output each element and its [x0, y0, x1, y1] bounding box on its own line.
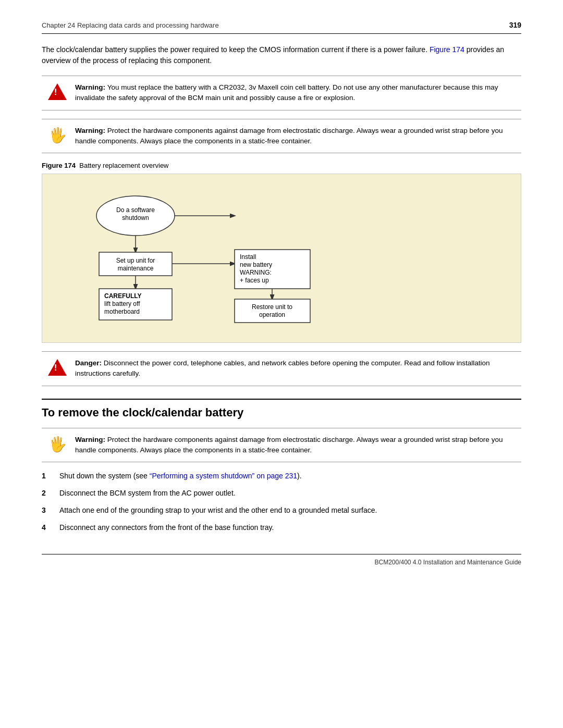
- flowchart-diagram: Do a software shutdown Set up unit for m…: [53, 184, 510, 330]
- warning-triangle-icon: [47, 83, 68, 100]
- warning-2-label: Warning:: [75, 127, 107, 134]
- chapter-label: Chapter 24 Replacing data cards and proc…: [42, 21, 219, 29]
- step-3: 3 Attach one end of the grounding strap …: [42, 505, 521, 516]
- carefully-label-2: lift battery off: [104, 300, 140, 307]
- figure-number: Figure 174: [42, 162, 76, 169]
- shutdown-link[interactable]: “Performing a system shutdown” on page 2…: [150, 472, 297, 480]
- intro-text-before: The clock/calendar battery supplies the …: [42, 45, 430, 54]
- page-number: 319: [509, 21, 521, 29]
- page-header: Chapter 24 Replacing data cards and proc…: [42, 21, 521, 34]
- setup-label-1: Set up unit for: [116, 257, 155, 264]
- step-2-number: 2: [42, 488, 52, 499]
- step-2-content: Disconnect the BCM system from the AC po…: [59, 488, 521, 499]
- figure-caption: Battery replacement overview: [79, 162, 168, 169]
- install-label-4: + faces up: [240, 277, 269, 284]
- setup-label-2: maintenance: [118, 265, 154, 272]
- carefully-label-3: motherboard: [104, 308, 140, 315]
- install-label-1: Install: [240, 253, 256, 261]
- restore-label-1: Restore unit to: [252, 303, 292, 311]
- step-4-number: 4: [42, 522, 52, 533]
- danger-label: Danger:: [75, 359, 104, 367]
- figure-174-link[interactable]: Figure 174: [430, 45, 464, 54]
- install-label-3: WARNING:: [240, 269, 272, 276]
- carefully-label-1: CAREFULLY: [104, 292, 142, 300]
- danger-triangle-icon-container: [47, 359, 68, 376]
- step-1-number: 1: [42, 471, 52, 482]
- danger-body: Disconnect the power cord, telephone cab…: [75, 359, 489, 377]
- triangle-danger-icon: [48, 83, 67, 100]
- warning-1-text: Warning: You must replace the battery wi…: [75, 82, 516, 104]
- figure-label: Figure 174 Battery replacement overview: [42, 162, 521, 169]
- danger-box: Danger: Disconnect the power cord, telep…: [42, 351, 521, 386]
- step-1: 1 Shut down the system (see “Performing …: [42, 471, 521, 482]
- warning-1-label: Warning:: [75, 83, 107, 91]
- step-4: 4 Disconnect any connectors from the fro…: [42, 522, 521, 533]
- esd-icon-container: 🖐️: [47, 127, 68, 144]
- steps-list: 1 Shut down the system (see “Performing …: [42, 471, 521, 533]
- step-4-content: Disconnect any connectors from the front…: [59, 522, 521, 533]
- warning-2-text: Warning: Protect the hardware components…: [75, 126, 516, 147]
- esd-hand-icon-2: 🖐️: [48, 436, 67, 453]
- step-2: 2 Disconnect the BCM system from the AC …: [42, 488, 521, 499]
- danger-text: Danger: Disconnect the power cord, telep…: [75, 358, 516, 379]
- step-1-content: Shut down the system (see “Performing a …: [59, 471, 521, 482]
- warning-2-body: Protect the hardware components against …: [75, 127, 503, 145]
- step-3-number: 3: [42, 505, 52, 516]
- warning-box-2: 🖐️ Warning: Protect the hardware compone…: [42, 119, 521, 154]
- section-heading: To remove the clock/calendar battery: [42, 399, 521, 419]
- restore-label-2: operation: [259, 311, 285, 318]
- shutdown-label-2: shutdown: [122, 214, 149, 221]
- warning-3-text: Warning: Protect the hardware components…: [75, 435, 516, 456]
- warning-3-label: Warning:: [75, 436, 107, 443]
- intro-paragraph: The clock/calendar battery supplies the …: [42, 44, 521, 66]
- warning-box-3: 🖐️ Warning: Protect the hardware compone…: [42, 428, 521, 463]
- danger-triangle-icon: [48, 359, 67, 376]
- shutdown-label-1: Do a software: [116, 206, 155, 214]
- step-3-content: Attach one end of the grounding strap to…: [59, 505, 521, 516]
- install-label-2: new battery: [240, 261, 272, 268]
- page-footer: BCM200/400 4.0 Installation and Maintena…: [42, 554, 521, 566]
- warning-box-1: Warning: You must replace the battery wi…: [42, 76, 521, 110]
- warning-3-body: Protect the hardware components against …: [75, 436, 503, 454]
- esd-hand-icon: 🖐️: [48, 127, 67, 144]
- esd-icon-container-2: 🖐️: [47, 436, 68, 453]
- diagram-container: Do a software shutdown Set up unit for m…: [42, 174, 521, 343]
- warning-1-body: You must replace the battery with a CR20…: [75, 83, 498, 102]
- footer-text: BCM200/400 4.0 Installation and Maintena…: [374, 559, 521, 566]
